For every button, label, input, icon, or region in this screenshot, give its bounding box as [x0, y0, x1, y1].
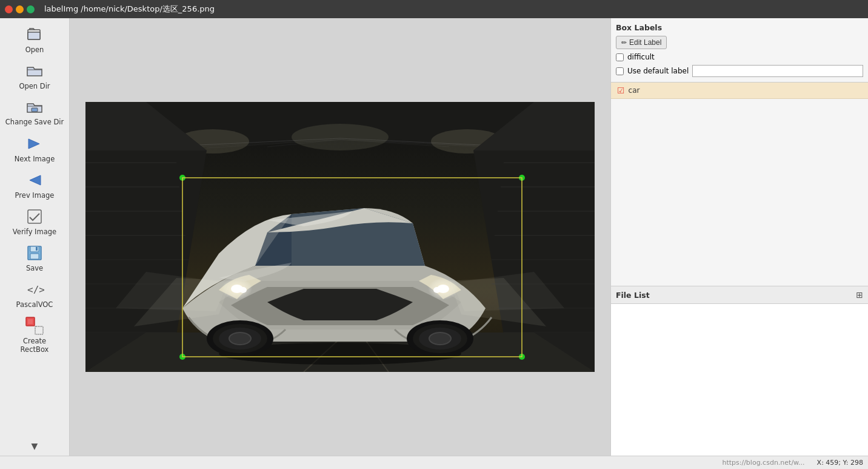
right-panel: Box Labels ✏ Edit Label difficult Use de… — [610, 18, 868, 456]
difficult-row: difficult — [616, 53, 863, 61]
sidebar-item-open-dir[interactable]: Open Dir — [0, 58, 69, 94]
verify-icon — [25, 207, 44, 226]
create-rect-box-label: Create RectBox — [21, 337, 49, 354]
window-title: labelImg /home/nick/Desktop/选区_256.png — [44, 4, 215, 15]
svg-rect-13 — [35, 326, 43, 334]
default-label-checkbox[interactable] — [616, 67, 624, 75]
change-save-dir-label: Change Save Dir — [5, 118, 64, 127]
save-label: Save — [26, 264, 43, 272]
image-container — [85, 102, 595, 372]
next-arrow-icon — [25, 134, 44, 154]
sidebar-item-open[interactable]: Open — [0, 21, 69, 58]
next-image-label: Next Image — [15, 155, 55, 163]
label-text-car: car — [629, 86, 640, 95]
open-dir-label: Open Dir — [19, 82, 50, 90]
maximize-button[interactable] — [27, 5, 35, 13]
svg-point-65 — [229, 332, 251, 345]
edit-label-text: Edit Label — [629, 38, 661, 47]
canvas-area[interactable] — [70, 18, 610, 456]
difficult-label: difficult — [627, 53, 655, 61]
svg-marker-4 — [30, 175, 41, 185]
svg-rect-8 — [30, 254, 39, 259]
svg-marker-3 — [28, 139, 39, 149]
save-folder-icon — [25, 98, 44, 117]
label-checkbox-car: ☑ — [617, 86, 625, 95]
svg-rect-9 — [36, 247, 38, 251]
svg-point-59 — [239, 287, 247, 293]
default-label-row: Use default label — [616, 65, 863, 77]
pascal-voc-label: PascalVOC — [16, 300, 53, 309]
svg-point-25 — [292, 124, 389, 150]
edit-icon: ✏ — [621, 39, 627, 47]
sidebar-item-save[interactable]: Save — [0, 240, 69, 276]
sidebar-item-prev-image[interactable]: Prev Image — [0, 167, 69, 203]
file-list-content[interactable] — [611, 304, 868, 456]
coordinates: X: 459; Y: 298 — [817, 459, 863, 467]
default-label-input[interactable] — [692, 65, 863, 77]
svg-rect-2 — [32, 108, 38, 112]
sidebar-item-change-save-dir[interactable]: Change Save Dir — [0, 94, 69, 130]
sidebar-item-pascal-voc[interactable]: </> PascalVOC — [0, 276, 69, 312]
sidebar-item-next-image[interactable]: Next Image — [0, 130, 69, 167]
main-canvas[interactable] — [85, 102, 595, 372]
svg-point-69 — [429, 332, 451, 345]
box-labels-title: Box Labels — [616, 23, 863, 32]
label-item-car[interactable]: ☑ car — [611, 83, 868, 99]
collapse-icon[interactable]: ▼ — [32, 441, 38, 451]
prev-arrow-icon — [25, 170, 44, 190]
svg-point-61 — [433, 287, 441, 293]
file-list-header: File List ⊞ — [611, 286, 868, 304]
create-rect-icon — [25, 316, 44, 336]
sidebar: Open Open Dir Change Save Dir — [0, 18, 70, 456]
file-list-section: File List ⊞ — [611, 286, 868, 456]
default-label-text: Use default label — [627, 67, 689, 75]
svg-rect-5 — [28, 210, 41, 223]
box-labels-section: Box Labels ✏ Edit Label difficult Use de… — [611, 18, 868, 83]
status-url: https://blog.csdn.net/w... — [722, 459, 804, 467]
titlebar: labelImg /home/nick/Desktop/选区_256.png — [0, 0, 868, 18]
sidebar-item-verify-image[interactable]: Verify Image — [0, 203, 69, 240]
open-file-icon — [25, 25, 44, 44]
sidebar-item-create-rect-box[interactable]: Create RectBox — [0, 312, 69, 357]
edit-label-button[interactable]: ✏ Edit Label — [616, 36, 667, 49]
close-button[interactable] — [5, 5, 13, 13]
svg-text:</>: </> — [27, 284, 44, 295]
file-list-title: File List — [616, 291, 650, 300]
file-list-expand-icon[interactable]: ⊞ — [856, 290, 863, 300]
svg-rect-1 — [28, 32, 40, 39]
status-bar: https://blog.csdn.net/w... X: 459; Y: 29… — [0, 456, 868, 469]
window-controls — [5, 5, 35, 13]
verify-image-label: Verify Image — [13, 228, 56, 236]
prev-image-label: Prev Image — [15, 191, 55, 200]
save-icon — [25, 243, 44, 263]
difficult-checkbox[interactable] — [616, 53, 624, 61]
minimize-button[interactable] — [16, 5, 24, 13]
svg-rect-12 — [28, 319, 33, 324]
sidebar-bottom: ▼ — [27, 436, 43, 456]
pascal-icon: </> — [25, 280, 44, 299]
label-list: ☑ car — [611, 83, 868, 286]
main-layout: Open Open Dir Change Save Dir — [0, 18, 868, 456]
open-label: Open — [25, 46, 44, 54]
open-folder-icon — [25, 61, 44, 81]
